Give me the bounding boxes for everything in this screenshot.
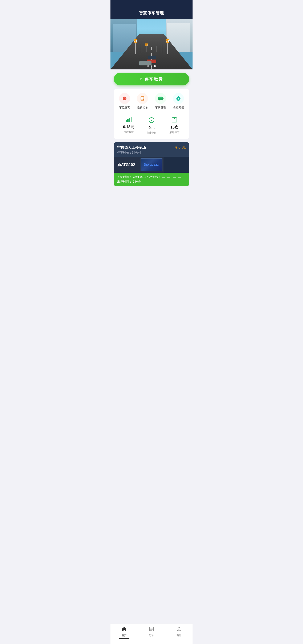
svg-text:¥: ¥ — [151, 119, 152, 122]
svg-rect-17 — [126, 120, 127, 122]
owed-label: 欠费金额 — [146, 131, 156, 135]
entry-time-row: 入场时间： 2021-04-27 22:13:22 — — — — — [117, 175, 186, 179]
dash-4: — — [178, 176, 181, 179]
parking-record-card: 宁康街人工停车场 停车时长：54分钟 ¥ 0.01 渝ATG102 渝A 222… — [114, 142, 189, 186]
svg-rect-29 — [150, 630, 152, 630]
road-scene: 📶 📶 📶 — [110, 19, 192, 70]
banner-dots — [147, 65, 156, 67]
stat-total-parks[interactable]: 15次 累计停车 — [163, 117, 186, 135]
plate-number: 渝ATG102 — [114, 157, 139, 173]
svg-rect-5 — [142, 98, 144, 99]
exit-time-value: 54分钟 — [133, 180, 142, 184]
payment-records-icon — [137, 93, 148, 104]
svg-rect-9 — [163, 98, 164, 99]
entry-time-label: 入场时间： — [117, 175, 132, 179]
stat-total-paid[interactable]: 0.18元 累计缴费 — [117, 117, 140, 135]
top-up-label: 余额充值 — [173, 106, 184, 110]
parking-name: 宁康街人工停车场 — [117, 145, 146, 150]
dot-1[interactable] — [147, 65, 149, 67]
plate-image-container: 渝A 22222 — [139, 157, 164, 173]
plate-right-panel — [164, 157, 189, 173]
app-title: 智慧停车管理 — [139, 11, 164, 15]
main-card: 车位查询 缴费记录 — [114, 89, 189, 139]
profile-icon — [176, 626, 182, 633]
banner-image: 📶 📶 📶 — [110, 19, 192, 70]
total-parks-label: 累计停车 — [170, 131, 180, 134]
total-paid-value: 0.18元 — [123, 124, 134, 130]
total-paid-label: 累计缴费 — [124, 130, 134, 134]
plate-image-text: 渝A 22222 — [144, 163, 159, 167]
nav-home-label: 首页 — [122, 634, 126, 637]
nav-home[interactable]: 首页 — [110, 626, 138, 640]
vehicle-manage-icon — [155, 93, 166, 104]
parking-price: ¥ 0.01 — [175, 145, 186, 150]
parking-header: 宁康街人工停车场 停车时长：54分钟 ¥ 0.01 — [114, 142, 189, 157]
nav-indicator — [119, 638, 130, 639]
nav-orders-label: 订单 — [149, 634, 154, 637]
dot-3[interactable] — [154, 65, 156, 67]
menu-item-parking-query[interactable]: 车位查询 — [117, 93, 132, 110]
dot-2[interactable] — [151, 65, 152, 67]
stat-owed[interactable]: ¥ 0元 欠费金额 — [140, 117, 163, 135]
plate-image: 渝A 22222 — [140, 158, 162, 171]
owed-value: 0元 — [148, 125, 154, 130]
dash-3: — — [173, 176, 176, 179]
svg-rect-20 — [131, 117, 132, 122]
top-up-icon: ¥ — [173, 93, 184, 104]
total-paid-icon — [126, 117, 132, 124]
exit-label: 出场时间： — [117, 180, 132, 184]
parking-query-label: 车位查询 — [119, 106, 130, 110]
dash-1: — — [162, 176, 165, 179]
stats-row: 0.18元 累计缴费 ¥ 0元 欠费金额 — [117, 114, 186, 135]
bottom-nav: 首页 订单 我的 — [110, 624, 192, 644]
orders-icon — [149, 626, 154, 633]
total-parks-icon — [172, 117, 177, 124]
svg-text:¥: ¥ — [178, 98, 179, 100]
icon-grid: 车位查询 缴费记录 — [117, 93, 186, 110]
svg-point-2 — [124, 98, 125, 99]
svg-point-11 — [162, 99, 162, 100]
menu-item-vehicle-manage[interactable]: 车辆管理 — [153, 93, 168, 110]
home-icon — [122, 626, 127, 633]
parking-footer: 入场时间： 2021-04-27 22:13:22 — — — — 出场时间： … — [114, 173, 189, 186]
owed-icon: ¥ — [148, 117, 154, 124]
parking-duration: 停车时长：54分钟 — [117, 151, 146, 155]
svg-rect-12 — [159, 96, 162, 98]
nav-profile-label: 我的 — [176, 634, 181, 637]
nav-profile[interactable]: 我的 — [165, 626, 192, 640]
app-header: 智慧停车管理 — [110, 0, 192, 19]
svg-marker-25 — [122, 627, 126, 631]
nav-orders[interactable]: 订单 — [138, 626, 165, 640]
svg-point-30 — [178, 627, 180, 629]
svg-rect-19 — [129, 118, 130, 122]
svg-point-10 — [158, 99, 160, 100]
svg-rect-27 — [150, 628, 153, 628]
plate-row: 渝ATG102 渝A 22222 — [114, 157, 189, 173]
svg-marker-16 — [178, 96, 179, 97]
svg-rect-28 — [150, 629, 153, 630]
svg-rect-8 — [158, 98, 158, 99]
payment-records-label: 缴费记录 — [137, 106, 148, 110]
vehicle-manage-label: 车辆管理 — [155, 106, 166, 110]
menu-item-payment-records[interactable]: 缴费记录 — [135, 93, 150, 110]
exit-time-row: 出场时间： 54分钟 — [117, 180, 186, 184]
parking-query-icon — [119, 93, 130, 104]
entry-time-value: 2021-04-27 22:13:22 — [133, 176, 160, 179]
pay-button[interactable]: P 停车缴费 — [114, 73, 189, 86]
dash-2: — — [167, 176, 170, 179]
svg-rect-18 — [127, 119, 128, 122]
total-parks-value: 15次 — [170, 125, 178, 130]
svg-rect-6 — [142, 99, 143, 100]
svg-rect-4 — [142, 98, 144, 98]
menu-item-top-up[interactable]: ¥ 余额充值 — [171, 93, 186, 110]
